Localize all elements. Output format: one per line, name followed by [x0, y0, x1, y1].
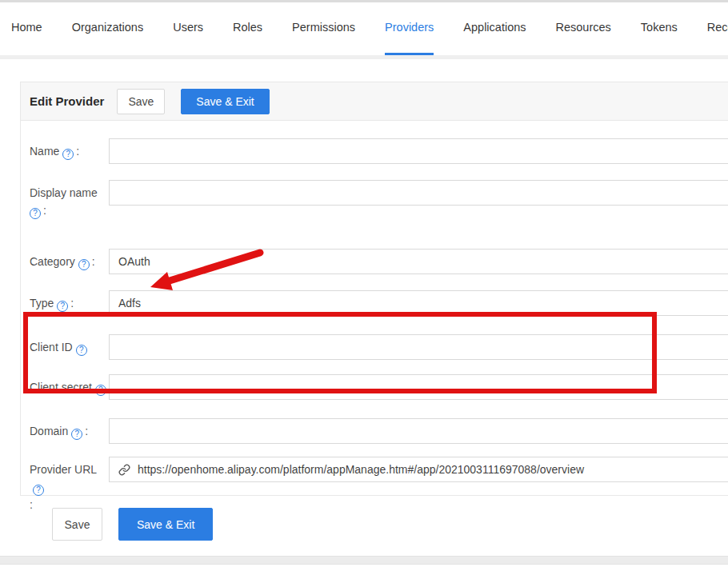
client-id-label: Client ID?: [30, 334, 109, 360]
field-row-name: Name?:: [30, 138, 728, 164]
client-secret-input[interactable]: [109, 374, 728, 400]
field-row-domain: Domain?:: [30, 418, 728, 444]
display-name-label: Display name ?:: [30, 180, 109, 219]
colon: :: [76, 145, 79, 158]
nav-item-organizations[interactable]: Organizations: [72, 2, 143, 55]
domain-label: Domain?:: [30, 418, 109, 444]
field-row-category: Category?:: [30, 249, 728, 274]
category-label-text: Category: [30, 255, 75, 268]
provider-url-label: Provider URL? :: [30, 457, 109, 513]
nav-item-records[interactable]: Records: [707, 2, 728, 55]
help-icon[interactable]: ?: [71, 429, 82, 440]
provider-url-input[interactable]: https://openhome.alipay.com/platform/app…: [109, 457, 728, 482]
colon: :: [30, 498, 33, 511]
colon: :: [92, 255, 95, 268]
domain-label-text: Domain: [30, 425, 68, 437]
field-row-provider-url: Provider URL? : https://openhome.alipay.…: [30, 457, 728, 513]
help-icon[interactable]: ?: [62, 149, 74, 160]
client-id-input[interactable]: [109, 334, 728, 360]
name-label: Name?:: [30, 138, 109, 164]
help-icon[interactable]: ?: [76, 345, 87, 356]
client-id-label-text: Client ID: [30, 341, 73, 353]
card-header: Edit Provider Save Save & Exit: [21, 82, 728, 121]
help-icon[interactable]: ?: [33, 485, 44, 496]
main-nav: Home Organizations Users Roles Permissio…: [0, 2, 728, 55]
nav-item-resources[interactable]: Resources: [556, 2, 611, 55]
save-exit-button-top[interactable]: Save & Exit: [181, 89, 269, 114]
nav-item-permissions[interactable]: Permissions: [292, 2, 355, 55]
provider-url-value: https://openhome.alipay.com/platform/app…: [138, 463, 584, 476]
category-select[interactable]: [109, 249, 728, 274]
field-row-type: Type?:: [30, 290, 728, 316]
link-icon: [118, 464, 130, 476]
field-row-client-secret: Client secret?: [30, 374, 728, 400]
footer-actions: Save Save & Exit: [52, 508, 213, 541]
nav-item-home[interactable]: Home: [11, 2, 42, 55]
domain-input[interactable]: [109, 418, 728, 444]
edit-provider-card: Edit Provider Save Save & Exit Name?: Di…: [20, 82, 728, 496]
type-select[interactable]: [109, 290, 728, 316]
name-label-text: Name: [30, 145, 59, 158]
colon: :: [70, 297, 74, 309]
field-row-client-id: Client ID?: [30, 334, 728, 360]
type-label: Type?:: [30, 290, 109, 316]
colon: :: [85, 425, 88, 437]
nav-item-tokens[interactable]: Tokens: [641, 2, 678, 55]
nav-item-roles[interactable]: Roles: [233, 2, 262, 55]
help-icon[interactable]: ?: [95, 385, 106, 396]
save-exit-button-bottom[interactable]: Save & Exit: [118, 508, 213, 541]
save-button-top[interactable]: Save: [117, 89, 165, 114]
client-secret-label: Client secret?: [30, 374, 109, 400]
category-label: Category?:: [30, 249, 109, 274]
type-label-text: Type: [30, 297, 54, 309]
display-name-input[interactable]: [109, 180, 728, 206]
provider-url-label-text: Provider URL: [30, 463, 97, 476]
nav-item-providers[interactable]: Providers: [385, 2, 434, 55]
client-secret-label-text: Client secret: [30, 381, 92, 393]
nav-item-users[interactable]: Users: [173, 2, 203, 55]
name-input[interactable]: [109, 138, 728, 164]
nav-item-applications[interactable]: Applications: [463, 2, 526, 55]
provider-form: Name?: Display name ?: Category?: Type?:: [21, 121, 728, 513]
help-icon[interactable]: ?: [57, 301, 68, 312]
nav-divider: [0, 55, 728, 59]
page-bottom-divider: [0, 556, 728, 565]
page-title: Edit Provider: [30, 94, 104, 108]
colon: :: [43, 204, 46, 217]
field-row-display-name: Display name ?:: [30, 180, 728, 219]
help-icon[interactable]: ?: [30, 208, 41, 219]
save-button-bottom[interactable]: Save: [52, 508, 102, 541]
display-name-label-text: Display name: [30, 186, 98, 199]
help-icon[interactable]: ?: [78, 259, 90, 270]
